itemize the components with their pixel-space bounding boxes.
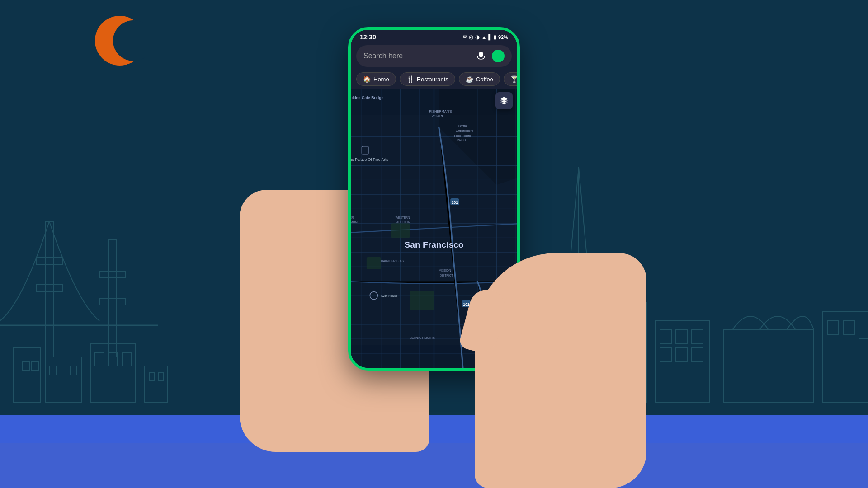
svg-rect-74 xyxy=(410,291,434,310)
svg-text:Twin Peaks: Twin Peaks xyxy=(380,294,397,298)
mic-icon[interactable] xyxy=(475,50,487,62)
svg-text:Piers Historic: Piers Historic xyxy=(454,134,472,137)
svg-rect-72 xyxy=(391,223,410,238)
gmail-icon: ✉ xyxy=(463,34,467,40)
svg-text:District: District xyxy=(457,139,466,142)
moon xyxy=(90,14,145,68)
svg-text:San Francisco: San Francisco xyxy=(405,240,464,249)
svg-text:101: 101 xyxy=(452,200,458,205)
chip-home-label: Home xyxy=(373,76,389,83)
battery-pct: 92% xyxy=(498,34,508,40)
location-icon: ◎ xyxy=(469,34,473,40)
chip-home[interactable]: 🏠 Home xyxy=(356,72,396,86)
chip-coffee[interactable]: ☕ Coffee xyxy=(459,72,500,86)
chip-restaurants-label: Restaurants xyxy=(417,76,448,83)
svg-rect-73 xyxy=(367,257,381,269)
profile-avatar[interactable] xyxy=(492,50,505,62)
status-time: 12:30 xyxy=(360,33,376,41)
svg-text:INNER: INNER xyxy=(351,216,354,219)
chip-restaurants[interactable]: 🍴 Restaurants xyxy=(400,72,455,86)
svg-text:The Palace Of Fine Arts: The Palace Of Fine Arts xyxy=(351,157,388,162)
status-icons: ✉ ◎ ◑ ▲ ▌ ▮ 92% xyxy=(463,34,508,40)
svg-rect-43 xyxy=(479,52,483,57)
layers-button[interactable] xyxy=(495,92,513,109)
svg-text:DISTRICT: DISTRICT xyxy=(440,274,453,277)
svg-text:WHARF: WHARF xyxy=(432,114,444,118)
svg-text:HAIGHT-ASBURY: HAIGHT-ASBURY xyxy=(381,259,405,263)
svg-text:RICHMOND: RICHMOND xyxy=(351,221,359,224)
svg-text:Embarcadero: Embarcadero xyxy=(456,129,473,132)
restaurants-icon: 🍴 xyxy=(406,75,414,83)
chip-bars[interactable]: 🍸 B xyxy=(504,72,517,86)
coffee-icon: ☕ xyxy=(466,75,473,83)
svg-text:Golden Gate Bridge: Golden Gate Bridge xyxy=(351,95,383,100)
phone-scene: 12:30 ✉ ◎ ◑ ▲ ▌ ▮ 92% Search here xyxy=(276,0,592,488)
svg-text:FISHERMAN'S: FISHERMAN'S xyxy=(429,109,452,113)
svg-text:WESTERN: WESTERN xyxy=(396,216,410,219)
battery-icon: ▮ xyxy=(494,34,496,40)
search-placeholder: Search here xyxy=(363,52,470,60)
svg-text:BERNAL HEIGHTS: BERNAL HEIGHTS xyxy=(410,336,435,339)
chip-coffee-label: Coffee xyxy=(476,76,493,83)
category-chips: 🏠 Home 🍴 Restaurants ☕ Coffee 🍸 B xyxy=(351,70,517,89)
svg-text:ADDITION: ADDITION xyxy=(396,221,410,224)
signal-icon: ▌ xyxy=(488,34,492,40)
wifi-icon: ▲ xyxy=(481,34,486,40)
status-bar: 12:30 ✉ ◎ ◑ ▲ ▌ ▮ 92% xyxy=(351,30,517,42)
hand-right xyxy=(475,253,646,488)
brightness-icon: ◑ xyxy=(475,34,480,40)
svg-text:Central: Central xyxy=(458,124,467,127)
home-icon: 🏠 xyxy=(363,75,371,83)
search-bar[interactable]: Search here xyxy=(356,45,512,67)
bars-icon: 🍸 xyxy=(510,75,517,83)
svg-text:MISSION: MISSION xyxy=(439,269,451,272)
